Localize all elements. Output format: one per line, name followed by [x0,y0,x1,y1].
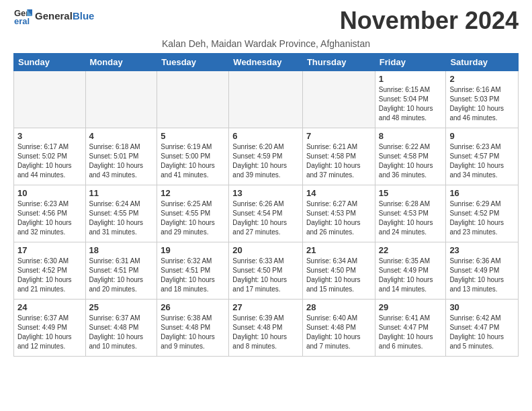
calendar-cell: 8Sunrise: 6:22 AM Sunset: 4:58 PM Daylig… [375,128,446,185]
logo-icon: Gen eral [13,7,32,26]
day-number: 14 [306,188,371,198]
calendar-cell: 10Sunrise: 6:23 AM Sunset: 4:56 PM Dayli… [14,185,86,242]
week-row-3: 10Sunrise: 6:23 AM Sunset: 4:56 PM Dayli… [14,185,519,242]
svg-text:eral: eral [14,16,30,26]
day-number: 26 [161,302,225,312]
calendar-cell: 4Sunrise: 6:18 AM Sunset: 5:01 PM Daylig… [85,128,157,185]
calendar-cell: 26Sunrise: 6:38 AM Sunset: 4:48 PM Dayli… [157,300,229,357]
calendar-header: SundayMondayTuesdayWednesdayThursdayFrid… [14,54,519,71]
week-row-5: 24Sunrise: 6:37 AM Sunset: 4:49 PM Dayli… [14,300,519,357]
calendar-cell: 5Sunrise: 6:19 AM Sunset: 5:00 PM Daylig… [157,128,229,185]
calendar-cell: 11Sunrise: 6:24 AM Sunset: 4:55 PM Dayli… [85,185,157,242]
day-number: 6 [232,131,299,141]
day-number: 16 [449,188,515,198]
week-row-2: 3Sunrise: 6:17 AM Sunset: 5:02 PM Daylig… [14,128,519,185]
week-row-1: 1Sunrise: 6:15 AM Sunset: 5:04 PM Daylig… [14,71,519,128]
day-number: 3 [17,131,82,141]
weekday-header-monday: Monday [85,54,157,71]
day-info: Sunrise: 6:24 AM Sunset: 4:55 PM Dayligh… [89,199,154,237]
month-title: November 2024 [340,7,519,35]
day-number: 10 [17,188,82,198]
calendar-cell: 27Sunrise: 6:39 AM Sunset: 4:48 PM Dayli… [229,300,303,357]
day-number: 15 [379,188,443,198]
day-number: 1 [379,74,443,84]
calendar-cell: 28Sunrise: 6:40 AM Sunset: 4:48 PM Dayli… [302,300,375,357]
logo: Gen eral GeneralBlue [13,7,94,26]
day-number: 18 [89,245,154,255]
day-info: Sunrise: 6:25 AM Sunset: 4:55 PM Dayligh… [161,199,225,237]
calendar-cell: 17Sunrise: 6:30 AM Sunset: 4:52 PM Dayli… [14,242,86,300]
day-info: Sunrise: 6:37 AM Sunset: 4:48 PM Dayligh… [89,314,154,351]
header: Gen eral GeneralBlue November 2024 [0,0,532,38]
day-number: 20 [232,245,299,255]
day-number: 2 [449,74,515,84]
calendar-cell [229,71,303,128]
calendar-cell [302,71,375,128]
day-info: Sunrise: 6:26 AM Sunset: 4:54 PM Dayligh… [232,199,299,237]
calendar-cell: 12Sunrise: 6:25 AM Sunset: 4:55 PM Dayli… [157,185,229,242]
calendar-cell: 2Sunrise: 6:16 AM Sunset: 5:03 PM Daylig… [446,71,519,128]
calendar-cell: 21Sunrise: 6:34 AM Sunset: 4:50 PM Dayli… [302,242,375,300]
day-info: Sunrise: 6:32 AM Sunset: 4:51 PM Dayligh… [161,257,225,294]
calendar-cell: 3Sunrise: 6:17 AM Sunset: 5:02 PM Daylig… [14,128,86,185]
day-number: 28 [306,302,371,312]
calendar-cell: 25Sunrise: 6:37 AM Sunset: 4:48 PM Dayli… [85,300,157,357]
calendar-cell: 29Sunrise: 6:41 AM Sunset: 4:47 PM Dayli… [375,300,446,357]
logo-text: GeneralBlue [35,10,94,22]
weekday-header-sunday: Sunday [14,54,86,71]
day-number: 24 [17,302,82,312]
day-number: 19 [161,245,225,255]
day-info: Sunrise: 6:16 AM Sunset: 5:03 PM Dayligh… [449,85,515,123]
weekday-row: SundayMondayTuesdayWednesdayThursdayFrid… [14,54,519,71]
day-info: Sunrise: 6:19 AM Sunset: 5:00 PM Dayligh… [161,142,225,180]
calendar-body: 1Sunrise: 6:15 AM Sunset: 5:04 PM Daylig… [14,71,519,357]
calendar-cell: 19Sunrise: 6:32 AM Sunset: 4:51 PM Dayli… [157,242,229,300]
day-number: 4 [89,131,154,141]
logo-blue: Blue [73,10,95,21]
calendar-cell: 18Sunrise: 6:31 AM Sunset: 4:51 PM Dayli… [85,242,157,300]
calendar-cell: 9Sunrise: 6:23 AM Sunset: 4:57 PM Daylig… [446,128,519,185]
page-container: Gen eral GeneralBlue November 2024 Kalan… [0,0,532,363]
day-number: 30 [449,302,515,312]
calendar-cell: 16Sunrise: 6:29 AM Sunset: 4:52 PM Dayli… [446,185,519,242]
day-info: Sunrise: 6:31 AM Sunset: 4:51 PM Dayligh… [89,257,154,294]
day-info: Sunrise: 6:42 AM Sunset: 4:47 PM Dayligh… [449,314,515,351]
calendar-cell [14,71,86,128]
day-info: Sunrise: 6:18 AM Sunset: 5:01 PM Dayligh… [89,142,154,180]
day-number: 27 [232,302,299,312]
day-info: Sunrise: 6:22 AM Sunset: 4:58 PM Dayligh… [379,142,443,180]
day-info: Sunrise: 6:20 AM Sunset: 4:59 PM Dayligh… [232,142,299,180]
day-number: 23 [449,245,515,255]
calendar-cell: 15Sunrise: 6:28 AM Sunset: 4:53 PM Dayli… [375,185,446,242]
day-number: 22 [379,245,443,255]
day-info: Sunrise: 6:21 AM Sunset: 4:58 PM Dayligh… [306,142,371,180]
day-number: 7 [306,131,371,141]
calendar-cell: 13Sunrise: 6:26 AM Sunset: 4:54 PM Dayli… [229,185,303,242]
day-number: 9 [449,131,515,141]
day-info: Sunrise: 6:38 AM Sunset: 4:48 PM Dayligh… [161,314,225,351]
calendar-cell: 1Sunrise: 6:15 AM Sunset: 5:04 PM Daylig… [375,71,446,128]
day-number: 12 [161,188,225,198]
day-info: Sunrise: 6:29 AM Sunset: 4:52 PM Dayligh… [449,199,515,237]
day-number: 5 [161,131,225,141]
weekday-header-saturday: Saturday [446,54,519,71]
calendar-cell [157,71,229,128]
day-info: Sunrise: 6:28 AM Sunset: 4:53 PM Dayligh… [379,199,443,237]
day-number: 25 [89,302,154,312]
calendar-cell [85,71,157,128]
calendar-cell: 6Sunrise: 6:20 AM Sunset: 4:59 PM Daylig… [229,128,303,185]
day-info: Sunrise: 6:23 AM Sunset: 4:56 PM Dayligh… [17,199,82,237]
day-info: Sunrise: 6:35 AM Sunset: 4:49 PM Dayligh… [379,257,443,294]
day-number: 13 [232,188,299,198]
weekday-header-friday: Friday [375,54,446,71]
day-info: Sunrise: 6:17 AM Sunset: 5:02 PM Dayligh… [17,142,82,180]
calendar-cell: 23Sunrise: 6:36 AM Sunset: 4:49 PM Dayli… [446,242,519,300]
day-info: Sunrise: 6:23 AM Sunset: 4:57 PM Dayligh… [449,142,515,180]
calendar-cell: 7Sunrise: 6:21 AM Sunset: 4:58 PM Daylig… [302,128,375,185]
calendar-cell: 22Sunrise: 6:35 AM Sunset: 4:49 PM Dayli… [375,242,446,300]
day-info: Sunrise: 6:37 AM Sunset: 4:49 PM Dayligh… [17,314,82,351]
day-info: Sunrise: 6:36 AM Sunset: 4:49 PM Dayligh… [449,257,515,294]
day-info: Sunrise: 6:41 AM Sunset: 4:47 PM Dayligh… [379,314,443,351]
weekday-header-tuesday: Tuesday [157,54,229,71]
day-info: Sunrise: 6:33 AM Sunset: 4:50 PM Dayligh… [232,257,299,294]
